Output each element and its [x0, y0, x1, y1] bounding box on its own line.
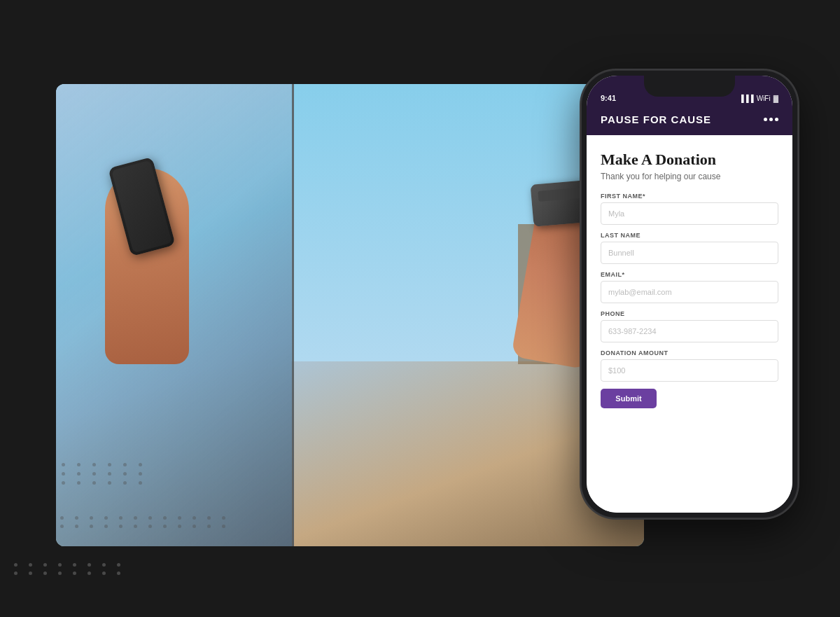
last-name-placeholder: Bunnell	[608, 249, 634, 257]
email-field[interactable]: EMAIL* mylab@email.com	[601, 271, 778, 303]
phone-notch	[644, 76, 735, 97]
first-name-placeholder: Myla	[608, 209, 624, 218]
form-subtitle: Thank you for helping our cause	[601, 172, 778, 181]
status-time: 9:41	[601, 94, 616, 102]
donation-amount-label: DONATION AMOUNT	[601, 349, 778, 356]
dot-grid-outer-left	[14, 563, 127, 575]
submit-button[interactable]: Submit	[601, 389, 657, 408]
dot-grid-left	[56, 457, 154, 490]
phone-screen: 9:41 ▐▐▐ WiFi ▓ PAUSE FOR CAUSE Make A D…	[587, 76, 792, 513]
header-menu-dots[interactable]	[764, 118, 778, 121]
first-name-input[interactable]: Myla	[601, 202, 778, 225]
email-placeholder: mylab@email.com	[608, 288, 672, 296]
first-name-label: FIRST NAME*	[601, 193, 778, 200]
donation-amount-placeholder: $100	[608, 366, 625, 375]
phone-mockup: 9:41 ▐▐▐ WiFi ▓ PAUSE FOR CAUSE Make A D…	[581, 70, 798, 518]
donation-form: Make A Donation Thank you for helping ou…	[587, 135, 792, 513]
phone-placeholder: 633-987-2234	[608, 327, 657, 335]
battery-icon: ▓	[774, 95, 778, 102]
dot-grid-bottom	[56, 512, 236, 532]
app-title: PAUSE FOR CAUSE	[601, 113, 711, 125]
photo-scene	[56, 84, 644, 546]
last-name-field[interactable]: LAST NAME Bunnell	[601, 232, 778, 264]
donation-amount-field[interactable]: DONATION AMOUNT $100	[601, 349, 778, 382]
phone-field[interactable]: PHONE 633-987-2234	[601, 310, 778, 342]
app-header: PAUSE FOR CAUSE	[587, 106, 792, 135]
email-label: EMAIL*	[601, 271, 778, 278]
first-name-field[interactable]: FIRST NAME* Myla	[601, 193, 778, 225]
left-hand	[84, 140, 224, 364]
form-title: Make A Donation	[601, 151, 778, 169]
last-name-label: LAST NAME	[601, 232, 778, 239]
donation-amount-input[interactable]: $100	[601, 359, 778, 382]
phone-input[interactable]: 633-987-2234	[601, 320, 778, 342]
last-name-input[interactable]: Bunnell	[601, 242, 778, 264]
signal-icon: ▐▐▐	[738, 95, 753, 102]
status-icons: ▐▐▐ WiFi ▓	[738, 95, 778, 102]
phone-label: PHONE	[601, 310, 778, 317]
wifi-icon: WiFi	[757, 95, 771, 102]
email-input[interactable]: mylab@email.com	[601, 281, 778, 303]
